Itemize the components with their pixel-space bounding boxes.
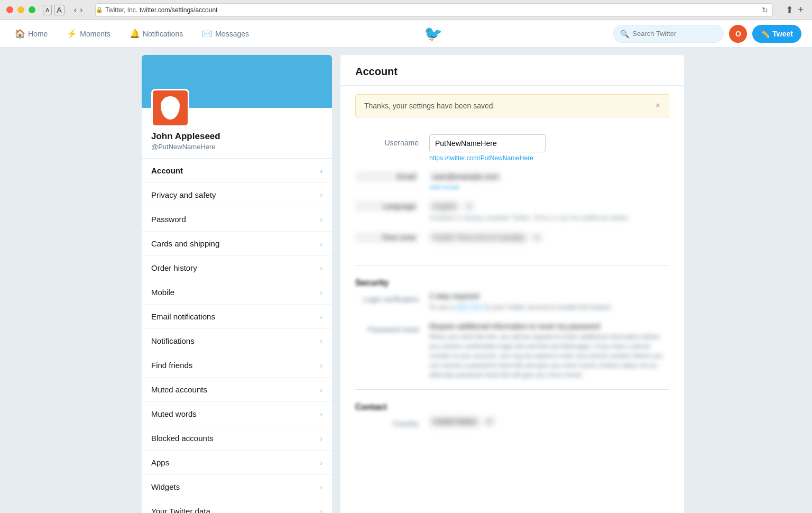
- nav-messages-label: Messages: [215, 30, 249, 38]
- banner-close-btn[interactable]: ×: [656, 101, 660, 111]
- country-input: United States ▼: [429, 416, 495, 427]
- nav-moments-label: Moments: [80, 30, 110, 38]
- back-btn[interactable]: ‹: [74, 5, 77, 15]
- sidebar-item-password[interactable]: Password ›: [142, 207, 332, 232]
- language-label: Language: [355, 201, 419, 212]
- country-row: Country United States ▼: [340, 416, 684, 428]
- sidebar-item-notifications[interactable]: Notifications ›: [142, 329, 332, 353]
- sidebar-item-muted-accounts[interactable]: Muted accounts ›: [142, 378, 332, 402]
- login-status: 2-step required: [429, 292, 669, 300]
- sidebar-item-label: Mobile: [151, 288, 174, 297]
- chevron-right-icon: ›: [320, 191, 322, 199]
- password-reset-row: Password reset Require additional inform…: [340, 322, 684, 380]
- timezone-value: Pacific Time (US & Canada) ▼: [429, 232, 669, 243]
- company-name: Twitter, Inc.: [105, 6, 137, 14]
- reload-btn[interactable]: ↻: [762, 6, 768, 14]
- login-verification-label: Login verification: [355, 292, 419, 304]
- profile-header: [142, 55, 332, 108]
- sidebar-item-mobile[interactable]: Mobile ›: [142, 280, 332, 305]
- chevron-right-icon: ›: [320, 459, 322, 467]
- avatar[interactable]: O: [729, 25, 747, 43]
- nav-home-label: Home: [28, 30, 48, 38]
- password-reset-description: When you reset this link, you will be re…: [429, 332, 669, 380]
- language-input: English ▼: [429, 201, 475, 212]
- moments-icon: ⚡: [67, 29, 77, 39]
- nav-home[interactable]: 🏠 Home: [11, 20, 52, 48]
- banner-message: Thanks, your settings have been saved.: [364, 102, 495, 110]
- chevron-right-icon: ›: [320, 386, 322, 394]
- password-reset-label: Password reset: [355, 322, 419, 334]
- nav-messages[interactable]: ✉️ Messages: [198, 20, 253, 48]
- sidebar-item-privacy[interactable]: Privacy and safety ›: [142, 183, 332, 207]
- email-value: user@example.com add email: [429, 171, 669, 191]
- search-icon: 🔍: [620, 30, 629, 38]
- sidebar-item-label: Muted words: [151, 409, 197, 418]
- country-content: United States ▼: [429, 416, 669, 427]
- email-change-link[interactable]: add email: [429, 183, 459, 191]
- sidebar-item-twitter-data[interactable]: Your Twitter data ›: [142, 499, 332, 513]
- email-label: Email: [355, 171, 419, 182]
- mac-min-btn[interactable]: [17, 6, 24, 13]
- login-description: To use a click here to your Twitter acco…: [429, 302, 669, 313]
- timezone-label: Time zone: [355, 232, 419, 243]
- timezone-input: Pacific Time (US & Canada) ▼: [429, 232, 543, 243]
- mac-max-btn[interactable]: [29, 6, 35, 13]
- tweet-label: Tweet: [772, 30, 793, 38]
- font-large-btn[interactable]: A: [54, 5, 64, 15]
- twitter-logo: 🐦: [424, 25, 442, 42]
- main-container: John Appleseed @PutNewNameHere Account ›…: [121, 48, 691, 513]
- language-description: Available in display available Twitter. …: [429, 213, 669, 223]
- tweet-pencil-icon: ✏️: [761, 30, 770, 38]
- phone-link[interactable]: click here: [455, 303, 484, 311]
- username-url: https://twitter.com/PutNewNameHere: [429, 154, 669, 162]
- home-icon: 🏠: [15, 29, 25, 39]
- username-input[interactable]: [429, 134, 546, 152]
- font-small-btn[interactable]: A: [43, 5, 52, 15]
- new-tab-btn[interactable]: +: [798, 4, 804, 16]
- sidebar-item-label: Account: [151, 166, 183, 175]
- login-verification-row: Login verification 2-step required To us…: [340, 292, 684, 313]
- nav-right: 🔍 O ✏️ Tweet: [613, 25, 801, 43]
- sidebar-item-label: Muted accounts: [151, 385, 207, 394]
- url-display: twitter.com/settings/account: [140, 6, 217, 14]
- bell-icon: 🔔: [130, 29, 140, 39]
- timezone-row: Time zone Pacific Time (US & Canada) ▼: [355, 232, 669, 243]
- tweet-button[interactable]: ✏️ Tweet: [752, 25, 801, 43]
- sidebar-item-apps[interactable]: Apps ›: [142, 451, 332, 475]
- sidebar-item-widgets[interactable]: Widgets ›: [142, 475, 332, 499]
- search-bar[interactable]: 🔍: [613, 25, 724, 43]
- chevron-right-icon: ›: [320, 240, 322, 248]
- login-verification-content: 2-step required To use a click here to y…: [429, 292, 669, 313]
- sidebar-item-blocked-accounts[interactable]: Blocked accounts ›: [142, 426, 332, 451]
- nav-moments[interactable]: ⚡ Moments: [62, 20, 115, 48]
- sidebar-item-muted-words[interactable]: Muted words ›: [142, 402, 332, 426]
- sidebar-item-label: Cards and shipping: [151, 239, 219, 248]
- sidebar-item-find-friends[interactable]: Find friends ›: [142, 353, 332, 378]
- mac-titlebar: A A ‹ › 🔒 Twitter, Inc. twitter.com/sett…: [0, 0, 812, 20]
- font-size-controls: A A: [43, 5, 64, 15]
- sidebar-item-cards[interactable]: Cards and shipping ›: [142, 232, 332, 256]
- section-divider-2: [355, 389, 669, 390]
- address-bar[interactable]: 🔒 Twitter, Inc. twitter.com/settings/acc…: [95, 3, 773, 17]
- nav-notifications[interactable]: 🔔 Notifications: [125, 20, 187, 48]
- mac-close-btn[interactable]: [6, 6, 13, 13]
- sidebar-item-email-notif[interactable]: Email notifications ›: [142, 305, 332, 329]
- country-label: Country: [355, 416, 419, 428]
- nav-left: 🏠 Home ⚡ Moments 🔔 Notifications ✉️ Mess…: [11, 20, 253, 48]
- avatar: [151, 89, 189, 127]
- chevron-right-icon: ›: [320, 167, 322, 175]
- username-label: Username: [355, 134, 419, 147]
- sidebar-item-label: Widgets: [151, 482, 180, 491]
- sidebar-item-order-history[interactable]: Order history ›: [142, 256, 332, 280]
- twitter-navbar: 🏠 Home ⚡ Moments 🔔 Notifications ✉️ Mess…: [0, 20, 812, 48]
- sidebar-item-label: Password: [151, 215, 186, 224]
- sidebar-item-label: Find friends: [151, 361, 192, 370]
- success-banner: Thanks, your settings have been saved. ×: [355, 94, 669, 117]
- forward-btn[interactable]: ›: [80, 5, 82, 15]
- contact-section-title: Contact: [340, 394, 684, 416]
- sidebar-item-label: Order history: [151, 263, 197, 272]
- search-input[interactable]: [632, 30, 717, 38]
- share-btn[interactable]: ⬆: [786, 4, 793, 16]
- sidebar-item-account[interactable]: Account ›: [142, 159, 332, 183]
- lock-icon: 🔒: [96, 6, 103, 13]
